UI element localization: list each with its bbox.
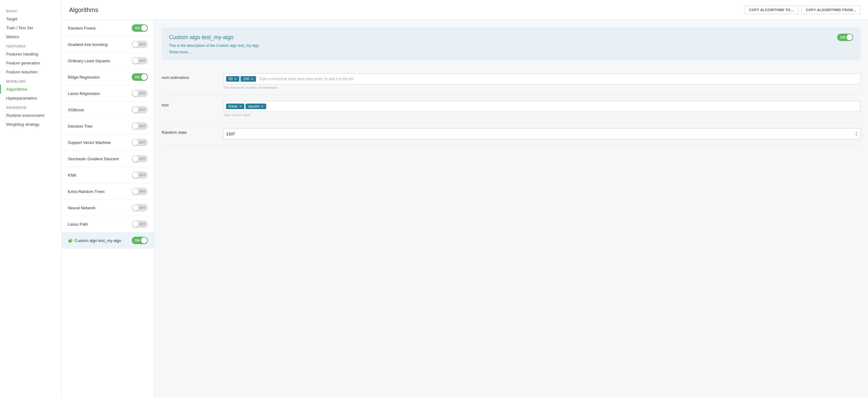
param-row-num-estimators: num estimators50✕100✕Type a numerical va… [162, 68, 861, 95]
tag-remove-50[interactable]: ✕ [234, 77, 237, 81]
detail-card: Custom algo test_my-algo ON This is the … [162, 27, 861, 60]
algo-row-sgd[interactable]: Stochastic Gradient DescentOFF [62, 151, 154, 167]
puzzle-icon: 🧩 [68, 238, 73, 243]
algo-row-ridge[interactable]: Ridge RegressionON [62, 69, 154, 86]
detail-toggle[interactable]: ON [837, 34, 853, 41]
toggle-label-custom-algo: ON [135, 239, 140, 242]
algo-name-lasso: Lasso Regression [68, 91, 100, 96]
tag-remove-square[interactable]: ✕ [261, 104, 264, 108]
algo-row-gradient-boosting[interactable]: Gradient tree boostingOFF [62, 36, 154, 53]
toggle-label-svm: OFF [139, 141, 146, 144]
toggle-gradient-boosting[interactable]: OFF [132, 41, 148, 48]
sidebar-section-features: FEATURES [0, 41, 61, 49]
sidebar-item-train-test[interactable]: Train / Test Set [0, 24, 61, 32]
toggle-extra-trees[interactable]: OFF [132, 188, 148, 195]
sidebar-item-feature-reduction[interactable]: Feature reduction [0, 67, 61, 76]
sidebar-item-runtime-env[interactable]: Runtime environment [0, 111, 61, 120]
algo-row-custom-algo[interactable]: 🧩Custom algo test_my-algoON [62, 232, 154, 249]
tag-100[interactable]: 100✕ [241, 76, 256, 82]
param-input-area-random-state: ▲▼ [223, 128, 861, 139]
sidebar: BASICTargetTrain / Test SetMetricsFEATUR… [0, 0, 62, 397]
algo-name-sgd: Stochastic Gradient Descent [68, 157, 119, 161]
sidebar-item-hyperparameters[interactable]: Hyperparameters [0, 94, 61, 103]
toggle-label-ridge: ON [135, 75, 140, 79]
tag-remove-100[interactable]: ✕ [251, 77, 253, 81]
sidebar-item-metrics[interactable]: Metrics [0, 32, 61, 41]
algo-name-svm: Support Vector Machine [68, 140, 111, 145]
algo-row-ols[interactable]: Ordinary Least SquaresOFF [62, 53, 154, 69]
detail-toggle-knob [846, 34, 852, 40]
toggle-knob-custom-algo [141, 237, 147, 243]
algo-name-decision-tree: Decision Tree [68, 124, 92, 129]
algo-row-lasso-path[interactable]: Lasso PathOFF [62, 216, 154, 232]
algo-row-extra-trees[interactable]: Extra Random TreesOFF [62, 184, 154, 200]
tag-remove-linear[interactable]: ✕ [239, 104, 242, 108]
toggle-decision-tree[interactable]: OFF [132, 122, 148, 130]
param-label-loss: loss [162, 101, 223, 107]
algo-name-ridge: Ridge Regression [68, 75, 100, 79]
algo-name-extra-trees: Extra Random Trees [68, 189, 104, 194]
spin-up[interactable]: ▲ [855, 131, 858, 134]
toggle-knob-ridge [141, 74, 147, 80]
spin-down[interactable]: ▼ [855, 134, 858, 137]
algo-name-random-forest: Random Forest [68, 26, 96, 31]
tag-input-loss[interactable]: linear✕square✕ [223, 101, 861, 112]
toggle-custom-algo[interactable]: ON [132, 237, 148, 244]
toggle-random-forest[interactable]: ON [132, 24, 148, 32]
sidebar-item-target[interactable]: Target [0, 14, 61, 24]
algo-row-decision-tree[interactable]: Decision TreeOFF [62, 118, 154, 134]
toggle-lasso[interactable]: OFF [132, 90, 148, 97]
algo-name-neural-network: Neural Network [68, 206, 96, 210]
algo-row-xgboost[interactable]: XGBoostOFF [62, 102, 154, 118]
toggle-ols[interactable]: OFF [132, 57, 148, 64]
tag-value-linear: linear [228, 104, 238, 108]
algorithm-list: Random ForestONGradient tree boostingOFF… [62, 20, 154, 397]
algo-row-knn[interactable]: KNNOFF [62, 167, 154, 184]
param-hint-loss: Type of loss used. [223, 113, 861, 117]
toggle-knob-ols [132, 58, 138, 64]
spinner-random-state[interactable]: ▲▼ [855, 131, 858, 137]
tag-50[interactable]: 50✕ [226, 76, 239, 82]
toggle-svm[interactable]: OFF [132, 139, 148, 146]
param-row-loss: losslinear✕square✕Type of loss used. [162, 95, 861, 123]
toggle-knob-knn [132, 172, 138, 178]
tag-square[interactable]: square✕ [246, 104, 266, 109]
toggle-label-extra-trees: OFF [139, 190, 146, 193]
param-input-area-loss: linear✕square✕Type of loss used. [223, 101, 861, 117]
toggle-label-knn: OFF [139, 173, 146, 177]
sidebar-item-feature-generation[interactable]: Feature generation [0, 59, 61, 67]
algo-name-knn: KNN [68, 173, 76, 177]
toggle-knob-lasso [132, 90, 138, 97]
toggle-label-xgboost: OFF [139, 108, 146, 111]
algo-row-svm[interactable]: Support Vector MachineOFF [62, 134, 154, 151]
toggle-knob-gradient-boosting [132, 41, 138, 47]
toggle-neural-network[interactable]: OFF [132, 204, 148, 211]
toggle-label-sgd: OFF [139, 157, 146, 161]
algo-name-custom-algo: 🧩Custom algo test_my-algo [68, 238, 121, 243]
detail-toggle-label: ON [840, 36, 845, 39]
toggle-label-lasso: OFF [139, 92, 146, 95]
show-more-link[interactable]: Show more... [169, 50, 191, 54]
toggle-sgd[interactable]: OFF [132, 155, 148, 162]
algo-row-random-forest[interactable]: Random ForestON [62, 20, 154, 36]
tag-input-num-estimators[interactable]: 50✕100✕Type a numerical value and press … [223, 73, 861, 85]
toggle-ridge[interactable]: ON [132, 73, 148, 81]
toggle-lasso-path[interactable]: OFF [132, 220, 148, 228]
sidebar-item-features-handling[interactable]: Features handling [0, 49, 61, 59]
tag-linear[interactable]: linear✕ [226, 104, 244, 109]
copy-to-button[interactable]: COPY ALGORITHMS TO... [745, 5, 798, 14]
algo-row-neural-network[interactable]: Neural NetworkOFF [62, 200, 154, 216]
copy-from-button[interactable]: COPY ALGORITHMS FROM... [801, 5, 861, 14]
algo-name-xgboost: XGBoost [68, 107, 84, 112]
toggle-label-gradient-boosting: OFF [139, 43, 146, 46]
sidebar-item-algorithms[interactable]: Algorithms [0, 85, 61, 94]
tag-placeholder-num-estimators: Type a numerical value and press enter t… [257, 76, 355, 82]
number-input-random-state[interactable]: ▲▼ [223, 128, 861, 139]
sidebar-item-weighting[interactable]: Weighting strategy [0, 120, 61, 129]
toggle-knob-sgd [132, 156, 138, 162]
sidebar-section-modeling: MODELING [0, 76, 61, 85]
number-field-random-state[interactable] [226, 132, 855, 136]
toggle-xgboost[interactable]: OFF [132, 106, 148, 113]
toggle-knn[interactable]: OFF [132, 171, 148, 179]
algo-row-lasso[interactable]: Lasso RegressionOFF [62, 86, 154, 102]
